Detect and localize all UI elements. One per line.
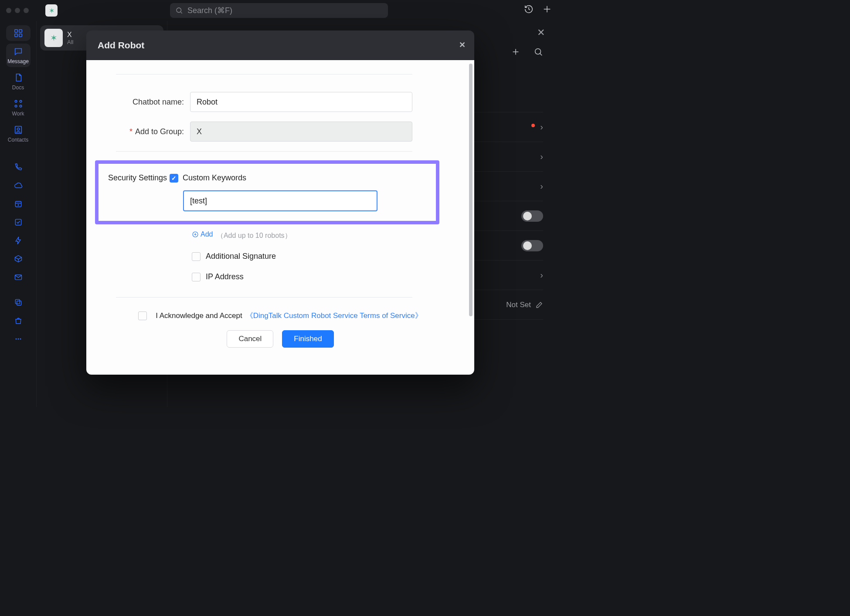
- svg-point-28: [535, 49, 541, 54]
- rail-message[interactable]: Message: [6, 44, 31, 67]
- svg-line-1: [180, 12, 182, 13]
- rail-contacts[interactable]: Contacts: [6, 122, 31, 146]
- nav-rail: Message Docs Work Contacts: [0, 21, 37, 407]
- modal-header: Add Robot ✕: [86, 30, 474, 60]
- rail-docs[interactable]: Docs: [6, 70, 31, 93]
- rail-call-icon[interactable]: [6, 159, 31, 175]
- additional-signature-label: Additional Signature: [206, 252, 276, 261]
- field-add-to-group: Add to Group:: [116, 122, 412, 142]
- rail-more-icon[interactable]: [6, 331, 31, 347]
- rail-bag-icon[interactable]: [6, 313, 31, 328]
- security-settings-highlight: Security Settings ✓ Custom Keywords: [95, 160, 439, 224]
- rail-box-icon[interactable]: [6, 251, 31, 267]
- chatbot-name-input[interactable]: [190, 92, 412, 112]
- option-ip-address[interactable]: IP Address: [192, 272, 453, 281]
- history-icon[interactable]: [524, 4, 534, 17]
- notification-dot-icon: [531, 124, 535, 127]
- chevron-right-icon: ›: [540, 270, 543, 280]
- ip-address-label: IP Address: [206, 272, 244, 281]
- option-additional-signature[interactable]: Additional Signature: [192, 252, 453, 261]
- rail-apps[interactable]: [6, 25, 31, 41]
- svg-rect-14: [15, 201, 21, 207]
- work-icon: [13, 98, 24, 109]
- search-placeholder: Search (⌘F): [187, 6, 232, 15]
- keyword-input[interactable]: [183, 190, 377, 211]
- add-link-text: Add: [201, 230, 213, 238]
- message-icon: [13, 46, 24, 57]
- modal-close-icon[interactable]: ✕: [459, 40, 466, 50]
- cancel-button[interactable]: Cancel: [227, 330, 273, 348]
- svg-point-25: [20, 338, 21, 339]
- plus-circle-icon: [192, 231, 199, 238]
- conversation-subtitle: All: [67, 39, 73, 45]
- additional-signature-checkbox[interactable]: [192, 252, 201, 261]
- add-to-group-label: Add to Group:: [116, 127, 184, 136]
- svg-line-29: [540, 54, 542, 56]
- add-to-group-input: [190, 122, 412, 142]
- svg-point-0: [177, 8, 181, 13]
- search-input[interactable]: Search (⌘F): [170, 3, 388, 18]
- acknowledge-row: I Acknowledge and Accept 《DingTalk Custo…: [107, 311, 453, 321]
- rail-copy-icon[interactable]: [6, 294, 31, 310]
- svg-rect-4: [14, 30, 17, 32]
- rail-work-label: Work: [12, 111, 24, 117]
- field-chatbot-name: Chatbot name:: [116, 92, 412, 112]
- svg-point-11: [20, 105, 22, 107]
- svg-rect-5: [19, 30, 21, 32]
- svg-point-23: [16, 338, 17, 339]
- rail-check-icon[interactable]: [6, 214, 31, 230]
- minimize-dot-icon[interactable]: [15, 8, 20, 13]
- svg-rect-6: [14, 34, 17, 37]
- security-settings-label: Security Settings: [108, 173, 167, 183]
- settings-close-icon[interactable]: ✕: [537, 27, 545, 38]
- svg-rect-21: [17, 301, 21, 305]
- scrollbar-thumb[interactable]: [469, 64, 473, 316]
- rail-calendar-icon[interactable]: [6, 196, 31, 212]
- finished-button[interactable]: Finished: [282, 330, 333, 348]
- acknowledge-checkbox[interactable]: [138, 311, 147, 320]
- search-icon: [175, 7, 183, 14]
- custom-keywords-label: Custom Keywords: [183, 173, 246, 183]
- svg-rect-18: [15, 219, 21, 225]
- chevron-right-icon: ›: [540, 152, 543, 162]
- toggle-switch[interactable]: [521, 210, 543, 222]
- modal-body: Chatbot name: Add to Group: Security Set…: [86, 60, 474, 375]
- svg-point-24: [18, 338, 19, 339]
- svg-rect-22: [15, 299, 20, 304]
- window-controls[interactable]: [6, 8, 29, 13]
- rail-cloud-icon[interactable]: [6, 178, 31, 193]
- modal-title: Add Robot: [98, 40, 144, 51]
- toggle-switch[interactable]: [521, 240, 543, 251]
- custom-keywords-checkbox[interactable]: ✓: [170, 174, 178, 183]
- add-note-text: （Add up to 10 robots）: [217, 232, 292, 239]
- rail-docs-label: Docs: [12, 85, 24, 91]
- close-dot-icon[interactable]: [6, 8, 11, 13]
- add-robot-modal: Add Robot ✕ Chatbot name: Add to Group:: [86, 30, 474, 375]
- svg-point-9: [20, 100, 22, 102]
- rail-flash-icon[interactable]: [6, 233, 31, 248]
- contacts-icon: [13, 125, 24, 135]
- grid-icon: [13, 28, 24, 38]
- app-logo-icon: ✶: [45, 4, 58, 17]
- conversation-title: X: [67, 31, 73, 39]
- svg-point-10: [15, 105, 17, 107]
- chevron-right-icon: ›: [540, 181, 543, 191]
- rail-mail-icon[interactable]: [6, 269, 31, 285]
- search-members-icon[interactable]: [534, 47, 543, 59]
- chevron-right-icon: ›: [540, 122, 543, 132]
- docs-icon: [13, 72, 24, 83]
- svg-rect-7: [19, 34, 21, 37]
- add-member-icon[interactable]: [511, 47, 520, 59]
- titlebar: ✶ Search (⌘F): [0, 0, 558, 21]
- chatbot-name-label: Chatbot name:: [116, 98, 184, 107]
- add-keyword-button[interactable]: Add: [192, 230, 213, 238]
- plus-icon[interactable]: [542, 4, 552, 17]
- edit-icon[interactable]: [535, 301, 543, 309]
- ip-address-checkbox[interactable]: [192, 273, 201, 281]
- terms-link[interactable]: 《DingTalk Custom Robot Service Terms of …: [246, 311, 422, 321]
- conversation-avatar-icon: ✶: [44, 29, 63, 47]
- rail-work[interactable]: Work: [6, 96, 31, 119]
- zoom-dot-icon[interactable]: [24, 8, 29, 13]
- acknowledge-text: I Acknowledge and Accept: [156, 311, 242, 320]
- svg-point-8: [15, 100, 17, 102]
